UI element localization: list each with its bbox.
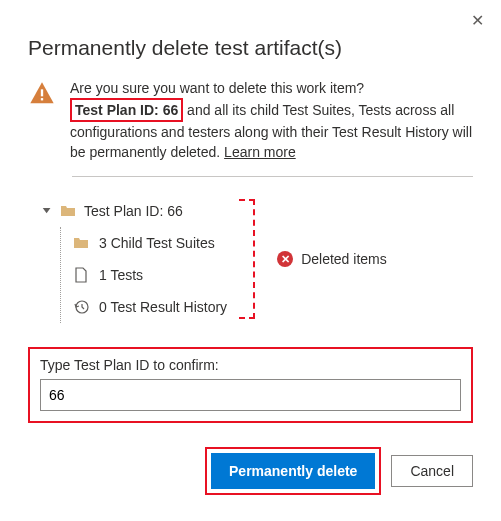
confirm-input[interactable] xyxy=(40,379,461,411)
tree-child-history[interactable]: 0 Test Result History xyxy=(61,291,227,323)
warning-icon xyxy=(28,80,56,108)
chevron-down-icon: ▶ xyxy=(42,208,53,215)
close-icon: ✕ xyxy=(471,11,484,30)
close-button[interactable]: ✕ xyxy=(467,10,487,30)
annotation-bracket xyxy=(239,199,255,319)
delete-dialog: ✕ Permanently delete test artifact(s) Ar… xyxy=(0,0,501,515)
divider xyxy=(72,176,473,177)
history-icon xyxy=(73,299,89,315)
tree-child-suites[interactable]: 3 Child Test Suites xyxy=(61,227,227,259)
tree-children: 3 Child Test Suites 1 Tests 0 Test Resul… xyxy=(60,227,227,323)
svg-rect-1 xyxy=(41,98,43,100)
warning-row: Are you sure you want to delete this wor… xyxy=(28,78,473,162)
tree-root-row[interactable]: ▶ Test Plan ID: 66 xyxy=(42,195,227,227)
tree-child-label: 3 Child Test Suites xyxy=(99,235,215,251)
deleted-items-text: Deleted items xyxy=(301,251,387,267)
tree-child-tests[interactable]: 1 Tests xyxy=(61,259,227,291)
warning-text: Are you sure you want to delete this wor… xyxy=(70,78,473,162)
dialog-footer: Permanently delete Cancel xyxy=(28,447,473,495)
svg-rect-0 xyxy=(41,89,43,96)
confirm-section: Type Test Plan ID to confirm: xyxy=(28,347,473,423)
error-icon: ✕ xyxy=(277,251,293,267)
confirm-label: Type Test Plan ID to confirm: xyxy=(40,357,461,373)
cancel-button[interactable]: Cancel xyxy=(391,455,473,487)
highlight-test-plan-id: Test Plan ID: 66 xyxy=(70,98,183,122)
tree-child-label: 0 Test Result History xyxy=(99,299,227,315)
tree-section: ▶ Test Plan ID: 66 3 Child Test Suites xyxy=(28,195,473,323)
dialog-title: Permanently delete test artifact(s) xyxy=(28,36,473,60)
learn-more-link[interactable]: Learn more xyxy=(224,144,296,160)
tree-root-label: Test Plan ID: 66 xyxy=(84,203,183,219)
deleted-items-label: ✕ Deleted items xyxy=(277,251,387,267)
warning-pre: Are you sure you want to delete this wor… xyxy=(70,80,364,96)
folder-icon xyxy=(73,235,89,251)
folder-icon xyxy=(60,203,76,219)
permanently-delete-button[interactable]: Permanently delete xyxy=(211,453,375,489)
tree-child-label: 1 Tests xyxy=(99,267,143,283)
document-icon xyxy=(73,267,89,283)
primary-button-highlight: Permanently delete xyxy=(205,447,381,495)
artifact-tree: ▶ Test Plan ID: 66 3 Child Test Suites xyxy=(42,195,227,323)
